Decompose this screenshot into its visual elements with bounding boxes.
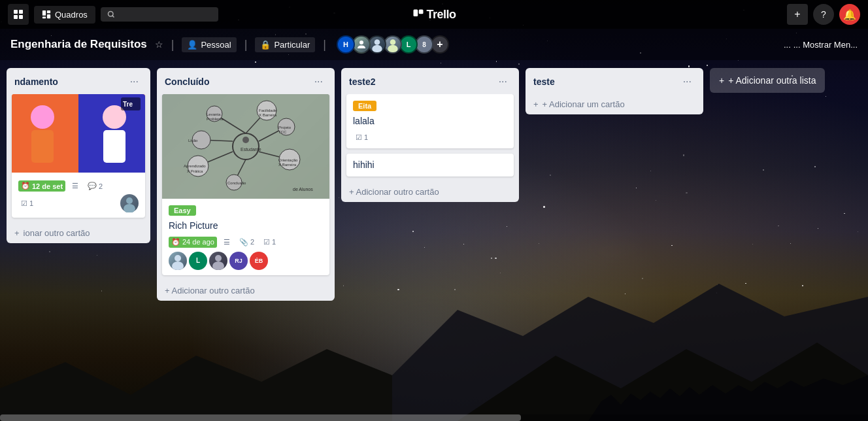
avatar-l[interactable]: L	[399, 35, 418, 54]
card-lalala-title: lalala	[353, 115, 507, 128]
add-card-button-teste[interactable]: + + Adicionar um cartão	[526, 94, 703, 114]
notification-button[interactable]: 🔔	[839, 4, 860, 25]
due-date-label: 12 de set	[32, 182, 63, 190]
search-box[interactable]	[101, 7, 218, 22]
private-button[interactable]: 🔒 Particular	[255, 37, 315, 52]
list-title-partial: ndamento	[14, 76, 58, 87]
svg-rect-11	[418, 10, 423, 14]
comments-count: 2	[99, 182, 103, 190]
rich-picture-card-body: Easy Rich Picture ⏰ 24 de ago ☰ 📎 2	[162, 199, 329, 275]
add-member-button[interactable]: +	[431, 35, 449, 54]
card-cover-sketch: Levanta Problema Facilidade X Barreira L…	[162, 94, 329, 199]
boards-button[interactable]: Quadros	[34, 6, 95, 24]
avatar-8[interactable]: 8	[415, 35, 433, 54]
add-icon: +	[794, 8, 800, 20]
card-rich-picture[interactable]: Levanta Problema Facilidade X Barreira L…	[162, 94, 329, 275]
private-label: Particular	[274, 40, 310, 50]
card-lalala-meta: ☑ 1	[353, 132, 507, 143]
checklist-icon-rich: ☑	[263, 238, 270, 246]
add-card-icon-teste: +	[533, 99, 539, 109]
lock-icon: 🔒	[260, 40, 271, 50]
add-card-button-partial[interactable]: + ionar outro cartão	[7, 223, 150, 243]
card-avatars-partial	[120, 194, 139, 212]
list-menu-button-partial[interactable]: ···	[126, 75, 142, 89]
trello-logo: Trello	[412, 8, 456, 22]
svg-point-27	[124, 204, 135, 212]
visibility-label: Pessoal	[201, 40, 231, 50]
avatar-2[interactable]	[352, 35, 371, 54]
avatar-3[interactable]	[368, 35, 386, 54]
topbar-right: + ? 🔔	[461, 4, 861, 25]
add-card-button-concluido[interactable]: + Adicionar outro cartão	[157, 280, 335, 301]
svg-rect-21	[31, 130, 54, 163]
checklist-icon-lalala: ☑	[356, 133, 362, 142]
rich-picture-avatars-row: L RJ ÉB	[169, 252, 323, 270]
card-meta-2-partial: ☑ 1	[18, 194, 139, 212]
add-list-button[interactable]: + + Adicionar outra lista	[710, 68, 825, 93]
card-lalala-body: Eita lalala ☑ 1	[346, 94, 514, 148]
card-hihihi[interactable]: hihihi	[346, 154, 514, 177]
list-header-concluido: Concluído ···	[157, 68, 335, 94]
card-partial-1[interactable]: Tre ⏰ 12 de set ☰ 💬 2	[12, 94, 145, 218]
svg-text:de Alunos: de Alunos	[293, 187, 313, 192]
description-icon-rich: ☰	[224, 238, 230, 246]
svg-point-13	[375, 39, 380, 45]
show-menu-button[interactable]: ... ... Mostrar Men...	[784, 40, 858, 50]
star-icon[interactable]: ☆	[155, 39, 163, 50]
rich-picture-meta: ⏰ 24 de ago ☰ 📎 2 ☑ 1	[169, 237, 323, 248]
horizontal-scrollbar[interactable]	[0, 414, 868, 421]
svg-rect-0	[14, 10, 18, 14]
comments-item: 💬 2	[85, 180, 105, 192]
description-icon: ☰	[72, 182, 78, 190]
svg-text:Projeto: Projeto	[278, 126, 292, 129]
card-meta-partial-1: ⏰ 12 de set ☰ 💬 2	[18, 180, 139, 192]
svg-rect-4	[42, 10, 46, 16]
description-icon-item: ☰	[69, 180, 81, 192]
svg-rect-7	[42, 17, 46, 19]
svg-text:Estudante: Estudante	[241, 147, 261, 152]
checklist-count-rich: 1	[272, 238, 276, 246]
avatar-profile[interactable]	[384, 35, 402, 54]
add-list-icon: +	[719, 75, 724, 86]
svg-point-16	[388, 45, 397, 53]
rich-avatar-rj: RJ	[229, 252, 248, 270]
topbar-center: Trello	[412, 8, 456, 22]
card-cover-photo: Tre	[12, 94, 145, 173]
rich-picture-avatars: L RJ ÉB	[169, 252, 268, 270]
home-button[interactable]	[8, 4, 29, 25]
topbar: Quadros Trello + ? 🔔	[0, 0, 868, 29]
boards-label: Quadros	[55, 10, 88, 20]
info-button[interactable]: ?	[813, 4, 834, 25]
add-card-button-teste2[interactable]: + Adicionar outro cartão	[341, 182, 519, 202]
rich-avatar-eb: ÉB	[250, 252, 268, 270]
avatar-h[interactable]: H	[337, 35, 355, 54]
comment-icon: 💬	[88, 182, 97, 190]
card-label-easy: Easy	[169, 205, 196, 216]
clock-icon: ⏰	[21, 182, 30, 190]
board-title[interactable]: Engenharia de Requisitos	[10, 38, 147, 51]
clock-icon-rich: ⏰	[171, 238, 180, 246]
list-partial: ndamento ···	[7, 68, 150, 243]
add-card-label-teste: + Adicionar um cartão	[542, 99, 625, 109]
svg-text:TCC: TCC	[278, 130, 287, 134]
list-menu-button-teste2[interactable]: ···	[495, 75, 511, 89]
svg-text:Problema: Problema	[207, 117, 224, 121]
list-header-partial: ndamento ···	[7, 68, 150, 94]
list-title-teste2: teste2	[349, 76, 375, 87]
add-list-label: + Adicionar outra lista	[728, 75, 816, 86]
svg-rect-1	[19, 10, 23, 14]
add-button[interactable]: +	[787, 4, 808, 25]
list-menu-button-teste[interactable]: ···	[679, 75, 695, 89]
card-lalala[interactable]: Eita lalala ☑ 1	[346, 94, 514, 148]
card-label-eita: Eita	[353, 101, 376, 111]
list-cards-partial: Tre ⏰ 12 de set ☰ 💬 2	[7, 94, 150, 223]
rich-checklist: ☑ 1	[261, 237, 278, 248]
visibility-button[interactable]: 👤 Pessoal	[182, 37, 236, 52]
list-cards-concluido: Levanta Problema Facilidade X Barreira L…	[157, 94, 335, 280]
rich-avatar-3	[209, 252, 227, 270]
scrollbar-thumb[interactable]	[0, 414, 521, 421]
add-card-label-partial: ionar outro cartão	[24, 228, 90, 238]
list-menu-button-concluido[interactable]: ···	[310, 75, 327, 89]
list-cards-teste2: Eita lalala ☑ 1 hihihi	[341, 94, 519, 182]
add-card-label-teste2: + Adicionar outro cartão	[349, 187, 439, 197]
